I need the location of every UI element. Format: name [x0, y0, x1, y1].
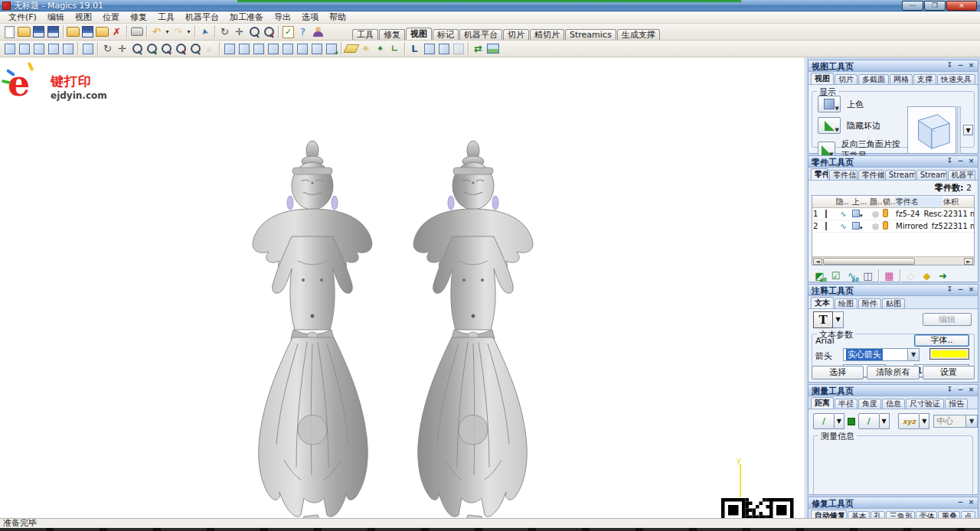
menu-item-5[interactable]: 工具: [152, 11, 180, 24]
measure-target-button[interactable]: /: [858, 413, 880, 429]
menu-item-9[interactable]: 选项: [296, 11, 324, 24]
measure-point-dropdown[interactable]: ▼: [835, 413, 844, 429]
fix-status-icon[interactable]: ∿: [835, 210, 851, 218]
measure-mode-icon[interactable]: [848, 418, 855, 425]
select-cursor-icon[interactable]: ➤: [196, 23, 214, 41]
zoom-view-icon[interactable]: [247, 24, 261, 39]
scroll-left-icon[interactable]: ◄: [813, 258, 822, 265]
close-icon[interactable]: ×: [967, 498, 975, 507]
menu-item-2[interactable]: 视图: [70, 11, 97, 24]
parts-table-hscrollbar[interactable]: ◄ ►: [812, 256, 974, 265]
axes-toggle-icon[interactable]: ⌖: [373, 41, 387, 56]
bounding-box-view-icon[interactable]: [80, 41, 95, 56]
compare-view-icon[interactable]: [436, 41, 451, 56]
view-selected-parts-icon[interactable]: ◫: [860, 268, 876, 283]
zoom-selection-icon[interactable]: ✗: [261, 24, 276, 39]
save-image-icon[interactable]: [485, 41, 500, 56]
panel_view-tab-4[interactable]: 支撑: [913, 74, 936, 84]
measure-toolpage-titlebar[interactable]: 测量工具页 ↧−×: [808, 385, 978, 396]
zoom-fit-tool-icon[interactable]: ✗: [173, 41, 188, 56]
panel_fix-tab-2[interactable]: 孔: [871, 511, 885, 518]
parts-col-7[interactable]: 体积: [942, 197, 975, 207]
panel_annotation-tab-2[interactable]: 附件: [858, 298, 881, 308]
light-toggle-icon[interactable]: ☀: [358, 41, 373, 56]
zoom-window-tool-icon[interactable]: [188, 41, 202, 56]
panel_annotation-tab-0[interactable]: 文本: [811, 297, 834, 308]
back-view-icon[interactable]: [237, 41, 251, 56]
shade-icon[interactable]: ▾: [851, 222, 869, 231]
dropdown-arrow-icon[interactable]: ▼: [835, 127, 839, 133]
coords-button[interactable]: xyz: [898, 413, 920, 429]
coords-dropdown[interactable]: ▼: [920, 413, 929, 429]
open-file-icon[interactable]: [17, 24, 31, 39]
rotate-view-icon[interactable]: ↻: [217, 24, 232, 39]
fix-toolpage-titlebar[interactable]: 修复工具页 −×: [808, 497, 978, 509]
fix-status-icon[interactable]: ∿: [835, 222, 851, 230]
zoom-tool-icon[interactable]: [129, 41, 144, 56]
minimize-button[interactable]: —: [902, 1, 923, 11]
parts-table[interactable]: 隐..上...颜..锁..零件名体积表 1∿▾◎fz5-24_Rescal223…: [812, 195, 975, 266]
panel_measure-tab-5[interactable]: 报告: [945, 399, 968, 409]
ribbon-tab-1[interactable]: 修复: [379, 29, 405, 40]
pin-icon[interactable]: ↧: [946, 285, 954, 294]
annotation-toolpage-titlebar[interactable]: 注释工具页 ↧−×: [808, 285, 978, 296]
merge-parts-icon[interactable]: ◇: [903, 268, 919, 283]
view-option-button-0[interactable]: ▼: [818, 96, 841, 112]
parts-toolpage-titlebar[interactable]: 零件工具页 ↧−×: [808, 156, 978, 168]
fix-all-parts-icon[interactable]: ∿all: [844, 268, 860, 283]
marked-triangles-view-icon[interactable]: [60, 41, 75, 56]
panel_measure-tab-3[interactable]: 信息: [882, 399, 905, 409]
front-view-icon[interactable]: [222, 41, 237, 56]
cube-preview-dropdown[interactable]: ▼: [963, 125, 973, 135]
close-icon[interactable]: ×: [967, 285, 975, 294]
measure-point-button[interactable]: /: [813, 413, 835, 429]
panel_parts-tab-0[interactable]: 零件: [811, 168, 828, 180]
panel_annotation-tab-1[interactable]: 绘图: [835, 298, 858, 308]
minimize-icon[interactable]: −: [956, 386, 965, 394]
panel_fix-tab-6[interactable]: 点: [961, 511, 975, 518]
platform-toggle-icon[interactable]: [344, 41, 358, 56]
font-button[interactable]: 字体..: [914, 334, 969, 347]
center-combobox[interactable]: 中心 ▼: [933, 415, 978, 428]
chevron-down-icon[interactable]: ▼: [907, 349, 919, 360]
shaded-view-icon[interactable]: [2, 41, 17, 56]
top-view-icon[interactable]: [280, 41, 295, 56]
panel_measure-tab-2[interactable]: 角度: [858, 399, 881, 409]
iso-view-icon[interactable]: [309, 41, 324, 56]
minimize-icon[interactable]: −: [956, 498, 965, 507]
panel_parts-tab-5[interactable]: 机器平台: [948, 170, 975, 180]
save-as-icon[interactable]: [46, 24, 60, 39]
panel_parts-tab-4[interactable]: Streami..: [916, 170, 947, 180]
text-tool-button[interactable]: T: [813, 311, 833, 328]
ribbon-tab-8[interactable]: 生成支撑: [617, 29, 660, 40]
left-view-icon[interactable]: [251, 41, 266, 56]
unzoom-tool-icon[interactable]: ⌕: [202, 41, 217, 56]
send-to-platform-icon[interactable]: ➜: [935, 268, 951, 283]
minimize-icon[interactable]: −: [956, 157, 965, 165]
ribbon-tab-5[interactable]: 切片: [503, 29, 529, 40]
zoom-in-tool-icon[interactable]: +: [144, 41, 158, 56]
platform-sheet-icon[interactable]: ◆: [919, 268, 935, 283]
rotate-tool-icon[interactable]: ↻: [100, 41, 115, 56]
panel_parts-tab-2[interactable]: 零件修..: [858, 170, 884, 180]
menu-item-1[interactable]: 编辑: [42, 11, 70, 24]
minimize-icon[interactable]: −: [956, 61, 965, 70]
menu-item-8[interactable]: 导出: [269, 11, 296, 24]
load-scene-icon[interactable]: [95, 24, 109, 39]
pin-icon[interactable]: ↧: [946, 61, 954, 70]
parts-col-2[interactable]: 隐..: [835, 197, 851, 207]
panel_fix-tab-4[interactable]: 壳体: [916, 511, 938, 518]
dropdown-arrow-icon[interactable]: ▼: [835, 106, 839, 112]
toggle-selection-icon[interactable]: ☑: [828, 268, 844, 283]
view-toolpage-titlebar[interactable]: 视图工具页 ↧−×: [808, 60, 978, 72]
scroll-thumb[interactable]: [823, 258, 915, 265]
color-icon[interactable]: ◎: [869, 210, 882, 218]
pan-view-icon[interactable]: ✛: [232, 24, 247, 39]
cube-preview[interactable]: [907, 106, 956, 154]
color-icon[interactable]: ◎: [869, 222, 882, 230]
pin-icon[interactable]: ↧: [946, 157, 954, 165]
parts-row-2[interactable]: 2∿▾◎Mirrored_fz5-222311 mm³0: [812, 220, 974, 233]
panel_view-tab-3[interactable]: 网格: [890, 74, 913, 84]
ribbon-tab-7[interactable]: Streamics: [565, 29, 616, 40]
panel_measure-tab-4[interactable]: 尺寸验证: [906, 399, 944, 409]
